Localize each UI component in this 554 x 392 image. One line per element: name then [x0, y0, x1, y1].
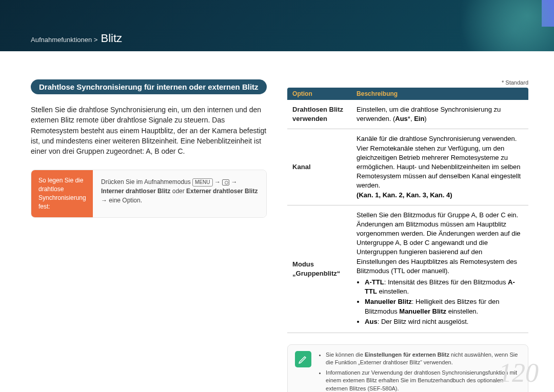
- left-column: Drahtlose Synchronisierung für internen …: [31, 79, 267, 392]
- camera-icon: [222, 179, 229, 185]
- li-text: einstellen.: [446, 307, 478, 315]
- instruction-text: Drücken Sie im Aufnahmemodus: [101, 178, 192, 185]
- table-header-row: Option Beschreibung: [287, 88, 528, 100]
- page-header: Aufnahmefunktionen > Blitz: [0, 0, 554, 51]
- list-item: Sie können die Einstellungen für externe…: [326, 351, 521, 367]
- menu-button-chip: MENU: [192, 178, 212, 187]
- arrow-icon: →: [231, 178, 238, 185]
- desc-bold: (Kan. 1, Kan. 2, Kan. 3, Kan. 4): [357, 191, 452, 199]
- note-box: Sie können die Einstellungen für externe…: [287, 344, 528, 392]
- page-number: 120: [499, 358, 539, 388]
- table-row: Drahtlosen Blitz verwenden Einstellen, u…: [287, 100, 528, 129]
- section-heading-pill: Drahtlose Synchronisierung für internen …: [31, 79, 267, 94]
- li-bold: A-TTL: [365, 278, 384, 286]
- option-name: Kanal: [287, 129, 351, 205]
- list-item: A-TTL: Intensität des Blitzes für den Bl…: [365, 278, 523, 296]
- li-text: : Der Blitz wird nicht ausgelöst.: [378, 318, 469, 325]
- desc-text: Einstellen, um die drahtlose Synchronisi…: [357, 106, 501, 122]
- instruction-bold: Externer drahtloser Blitz: [186, 188, 258, 195]
- list-item: Manueller Blitz: Helligkeit des Blitzes …: [365, 297, 523, 316]
- li-bold: Manueller Blitz: [399, 307, 446, 315]
- instruction-box: So legen Sie die drahtlose Synchronisier…: [31, 170, 267, 217]
- note-bold: Einstellungen für externen Blitz: [365, 352, 449, 358]
- instruction-bold: Interner drahtloser Blitz: [101, 188, 170, 195]
- table-row: Kanal Kanäle für die drahtlose Synchroni…: [287, 129, 528, 205]
- options-table: Option Beschreibung Drahtlosen Blitz ver…: [287, 88, 528, 333]
- desc-text: Kanäle für die drahtlose Synchronisierun…: [357, 135, 521, 189]
- desc-text: *,: [408, 115, 414, 122]
- arrow-icon: →: [214, 178, 222, 185]
- desc-text: Stellen Sie den Blitzmodus für Gruppe A,…: [357, 211, 520, 275]
- note-list: Sie können die Einstellungen für externe…: [319, 351, 521, 392]
- th-option: Option: [287, 88, 351, 100]
- option-desc: Stellen Sie den Blitzmodus für Gruppe A,…: [351, 205, 528, 333]
- desc-text: ): [424, 115, 426, 122]
- list-item: Informationen zur Verwendung der drahtlo…: [326, 369, 521, 392]
- content-area: Drahtlose Synchronisierung für internen …: [0, 51, 554, 392]
- breadcrumb: Aufnahmefunktionen > Blitz: [31, 32, 122, 45]
- intro-paragraph: Stellen Sie die drahtlose Synchronisieru…: [31, 105, 267, 156]
- li-text: : Intensität des Blitzes für den Blitzmo…: [384, 278, 508, 286]
- table-row: Modus „Gruppenblitz“ Stellen Sie den Bli…: [287, 205, 528, 333]
- desc-bold: Ein: [414, 115, 424, 122]
- li-bold: Aus: [365, 318, 378, 325]
- page-title: Blitz: [101, 32, 122, 45]
- arrow-icon: →: [101, 197, 109, 204]
- option-sublist: A-TTL: Intensität des Blitzes für den Bl…: [357, 278, 523, 326]
- right-column: * Standard Option Beschreibung Drahtlose…: [287, 79, 528, 392]
- breadcrumb-section: Aufnahmefunktionen >: [31, 36, 97, 44]
- option-name: Drahtlosen Blitz verwenden: [287, 100, 351, 129]
- note-text: Sie können die: [326, 352, 365, 358]
- th-description: Beschreibung: [351, 88, 528, 100]
- section-tab: [542, 0, 554, 27]
- desc-bold: Aus: [395, 115, 408, 122]
- instruction-text: oder: [172, 188, 186, 195]
- option-desc: Einstellen, um die drahtlose Synchronisi…: [351, 100, 528, 129]
- instruction-label: So legen Sie die drahtlose Synchronisier…: [31, 170, 93, 217]
- pencil-icon: [295, 351, 311, 367]
- li-bold: Manueller Blitz: [365, 298, 412, 305]
- instruction-body: Drücken Sie im Aufnahmemodus MENU → → In…: [93, 170, 266, 217]
- option-desc: Kanäle für die drahtlose Synchronisierun…: [351, 129, 528, 205]
- instruction-text: eine Option.: [109, 197, 142, 204]
- list-item: Aus: Der Blitz wird nicht ausgelöst.: [365, 317, 523, 326]
- standard-note: * Standard: [287, 79, 528, 86]
- option-name: Modus „Gruppenblitz“: [287, 205, 351, 333]
- li-text: einstellen.: [377, 287, 409, 295]
